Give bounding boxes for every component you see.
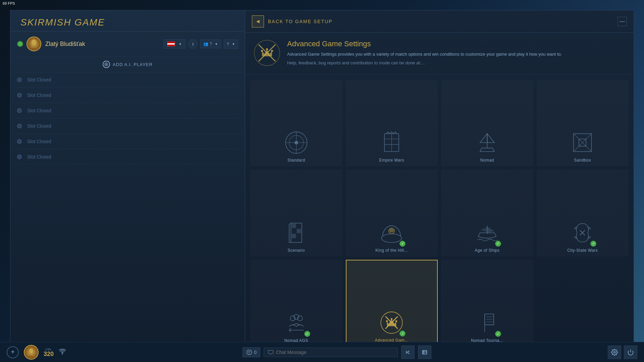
player-level: LVL 320 — [44, 348, 54, 357]
wifi-icon — [59, 348, 66, 357]
left-panel-header: Skirmish Game — [10, 10, 245, 32]
back-arrow-icon: ◄ — [252, 15, 264, 27]
add-friend-button[interactable]: + — [7, 346, 19, 358]
settings-help-text: Help, feedback, bug reports and contribu… — [287, 60, 625, 65]
mode-card-nomad-ags[interactable]: ✓ Nomad AGS — [250, 260, 342, 347]
nav-back-button[interactable] — [401, 346, 415, 359]
settings-content: Advanced Game Settings Advanced Game Set… — [245, 33, 634, 75]
nav-forward-button[interactable] — [418, 346, 431, 359]
mode-card-standard[interactable]: Standard — [250, 80, 342, 166]
right-panel-header: ◄ BACK TO GAME SETUP — — [245, 10, 634, 33]
mode-icon-age-of-ships: ✓ — [475, 220, 500, 245]
mode-card-nomad-tourna[interactable]: ✓ Nomad Tourna... — [441, 260, 533, 347]
player-name: Zlatý Bludišťak — [45, 41, 163, 48]
mode-badge: ✓ — [495, 241, 501, 247]
mode-card-empire-wars[interactable]: Empire Wars — [346, 80, 438, 166]
mode-card-scenario[interactable]: Scenario — [250, 170, 342, 256]
mode-badge: ✓ — [399, 241, 406, 247]
player-info-button[interactable]: i — [188, 39, 198, 49]
team-dropdown-arrow: ▼ — [215, 42, 218, 46]
slot-dot — [17, 93, 22, 98]
svg-rect-26 — [297, 229, 301, 233]
svg-point-44 — [386, 320, 388, 322]
player-status-dot — [17, 41, 23, 47]
left-panel: Skirmish Game Zlatý Bludišťak ▼ i — [10, 10, 245, 352]
mode-icon-nomad — [475, 130, 500, 155]
slot-row[interactable]: Slot Closed — [10, 119, 245, 134]
bottom-player-portrait[interactable] — [24, 345, 39, 360]
back-to-setup-button[interactable]: ◄ BACK TO GAME SETUP — [252, 15, 333, 27]
svg-rect-23 — [291, 224, 296, 228]
mode-card-king-of-hill[interactable]: ✓ King of the Hill... — [346, 170, 438, 256]
svg-point-46 — [395, 320, 397, 322]
svg-point-6 — [271, 50, 273, 52]
svg-rect-27 — [291, 234, 296, 238]
mode-card-city-state-wars[interactable]: ✓ City-State Wars — [537, 170, 629, 256]
svg-rect-28 — [297, 234, 301, 238]
mode-card-nomad[interactable]: Nomad — [441, 80, 533, 166]
chat-input[interactable] — [276, 350, 393, 355]
civ-flag — [167, 41, 175, 47]
player-controls: ▼ i 👥 ? ▼ ? ▼ — [163, 39, 238, 49]
mode-label-nomad: Nomad — [480, 158, 494, 163]
mode-label-empire-wars: Empire Wars — [379, 158, 404, 163]
chat-count: 0 — [254, 350, 257, 355]
mode-label-age-of-ships: Age of Ships — [475, 248, 499, 253]
slot-label: Slot Closed — [27, 77, 51, 82]
minimize-button[interactable]: — — [618, 17, 627, 26]
chat-input-area — [264, 348, 398, 357]
mode-icon-sandbox — [570, 130, 595, 155]
svg-point-53 — [247, 350, 252, 354]
settings-text-area: Advanced Game Settings Advanced Game Set… — [287, 40, 625, 65]
modes-grid: Standard Empire Wars — [245, 75, 634, 352]
player-row: Zlatý Bludišťak ▼ i 👥 ? ▼ ? ▼ — [10, 32, 245, 57]
help-icon: ? — [227, 42, 229, 47]
svg-rect-24 — [297, 224, 301, 228]
settings-title: Advanced Game Settings — [287, 40, 625, 48]
svg-point-52 — [62, 353, 63, 354]
svg-point-5 — [266, 48, 268, 50]
slot-label: Slot Closed — [27, 139, 51, 144]
main-container: Skirmish Game Zlatý Bludišťak ▼ i — [10, 10, 634, 352]
mode-badge: ✓ — [304, 331, 310, 337]
level-label: LVL — [46, 348, 52, 351]
team-selector[interactable]: 👥 ? ▼ — [200, 40, 221, 48]
mode-label-king-of-hill: King of the Hill... — [375, 248, 408, 253]
bottom-right — [608, 346, 637, 359]
bottom-left: + LVL 320 — [7, 345, 66, 360]
help-button[interactable]: ? ▼ — [224, 40, 238, 49]
mode-icon-city-state-wars: ✓ — [570, 220, 595, 245]
civ-dropdown-arrow: ▼ — [178, 42, 182, 46]
slot-label: Slot Closed — [27, 123, 51, 129]
slot-dot — [17, 155, 22, 159]
civ-selector[interactable]: ▼ — [163, 39, 185, 49]
mode-icon-advanced-game: ✓ — [379, 310, 404, 335]
slot-row[interactable]: Slot Closed — [10, 88, 245, 103]
slot-row[interactable]: Slot Closed — [10, 134, 245, 149]
add-ai-button[interactable]: ⊕ ADD A.I. PLAYER — [103, 61, 153, 68]
mode-card-age-of-ships[interactable]: ✓ Age of Ships — [441, 170, 533, 256]
mode-card-advanced-game[interactable]: ✓ Advanced Gam... — [346, 260, 438, 347]
mode-label-city-state-wars: City-State Wars — [567, 248, 598, 253]
power-button[interactable] — [624, 346, 637, 359]
svg-point-29 — [382, 234, 402, 242]
settings-icon — [254, 40, 280, 66]
page-title: Skirmish Game — [20, 17, 235, 28]
back-label: BACK TO GAME SETUP — [268, 19, 333, 24]
slot-dot — [17, 77, 22, 82]
right-panel: ◄ BACK TO GAME SETUP — — [245, 10, 634, 352]
level-number: 320 — [44, 351, 54, 357]
slot-row[interactable]: Slot Closed — [10, 149, 245, 165]
mode-icon-scenario — [284, 220, 309, 245]
slot-row[interactable]: Slot Closed — [10, 103, 245, 118]
mode-icon-standard — [284, 130, 309, 155]
settings-icon-area — [254, 40, 280, 68]
settings-description: Advanced Game Settings provides you with… — [287, 51, 625, 58]
mode-badge: ✓ — [495, 331, 501, 337]
mode-badge: ✓ — [590, 241, 596, 247]
chat-counter: 0 — [243, 347, 260, 357]
slot-row[interactable]: Slot Closed — [10, 72, 245, 87]
mode-card-sandbox[interactable]: Sandbox — [537, 80, 629, 166]
settings-button[interactable] — [608, 346, 621, 359]
mode-icon-nomad-ags: ✓ — [284, 310, 309, 336]
